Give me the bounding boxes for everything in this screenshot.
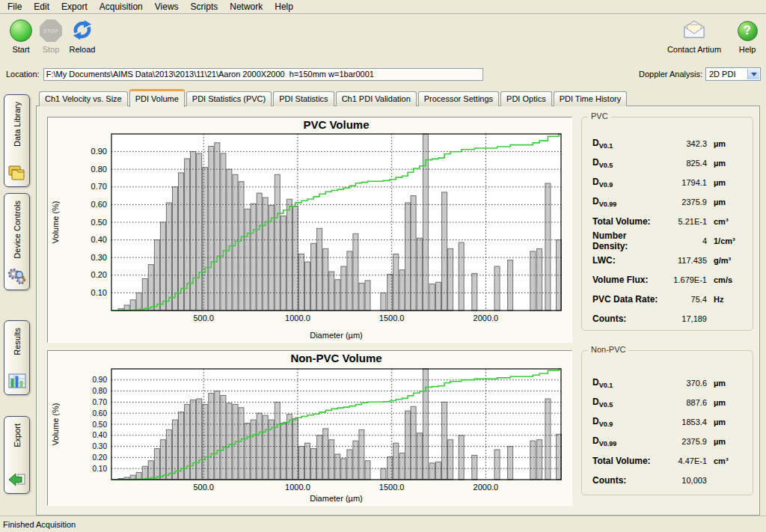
stat-value: 825.4 [659, 159, 707, 168]
stat-label: DV0.5 [592, 397, 659, 409]
menu-views[interactable]: Views [149, 0, 185, 13]
svg-text:0.60: 0.60 [93, 409, 108, 418]
doppler-analysis-select[interactable]: 2D PDI [705, 67, 761, 81]
tab-pdi-statistics-pvc-[interactable]: PDI Statistics (PVC) [186, 91, 272, 106]
dropdown-arrow-icon[interactable] [747, 69, 759, 79]
stat-row: Number Density:41/cm³ [582, 231, 753, 251]
tab-pdi-statistics[interactable]: PDI Statistics [273, 91, 334, 106]
help-button-label: Help [739, 45, 756, 54]
start-icon [10, 19, 32, 42]
stat-label: Counts: [592, 475, 659, 486]
svg-text:2000.0: 2000.0 [474, 314, 499, 322]
menu-bar: FileEditExportAcquisitionViewsScriptsNet… [0, 0, 766, 14]
chart-svg: PVC Volume0.100.200.300.400.500.600.700.… [48, 117, 572, 342]
sidebar-item-results[interactable]: Results [4, 320, 30, 395]
stat-row: DV0.992375.9µm [582, 192, 753, 212]
stat-label: Total Volume: [592, 216, 659, 227]
stat-label: Total Volume: [592, 456, 659, 466]
nonpvc-stats-rows: DV0.1370.6µmDV0.5887.6µmDV0.91853.4µmDV0… [582, 351, 753, 490]
doppler-analysis-label: Doppler Analysis: [639, 70, 702, 79]
svg-text:0.30: 0.30 [93, 442, 108, 450]
stat-unit: µm [714, 398, 747, 407]
x-axis-labels: 500.01000.01500.02000.0 [193, 483, 498, 492]
doppler-analysis-value: 2D PDI [709, 70, 735, 79]
svg-text:0.40: 0.40 [91, 235, 107, 244]
stat-value: 2375.9 [659, 198, 707, 207]
stat-row: DV0.91794.1µm [582, 173, 753, 192]
stat-value: 342.3 [659, 139, 707, 148]
sidebar-item-data-library[interactable]: Data Library [4, 94, 30, 187]
x-axis-title: Diameter (µm) [310, 494, 363, 503]
stat-value: 1853.4 [659, 418, 707, 426]
location-input[interactable] [43, 68, 483, 81]
toolbar-right-group: Contact Artium ? Help [664, 17, 760, 54]
chart-title: PVC Volume [303, 118, 369, 131]
tab-strip: Ch1 Velocity vs. SizePDI VolumePDI Stati… [39, 88, 628, 106]
svg-text:0.80: 0.80 [93, 387, 108, 395]
menu-scripts[interactable]: Scripts [185, 0, 224, 13]
stat-value: 17,189 [659, 314, 707, 323]
nonpvc-groupbox-title: Non-PVC [588, 345, 628, 354]
tab-pdi-time-history[interactable]: PDI Time History [554, 91, 628, 106]
stat-row: DV0.1370.6µm [582, 373, 753, 393]
stat-label: DV0.99 [592, 196, 659, 208]
sidebar-item-label: Results [13, 328, 22, 355]
stat-value: 4.47E-1 [659, 456, 707, 465]
envelope-icon [681, 20, 707, 41]
tab-processor-settings[interactable]: Processor Settings [418, 91, 499, 106]
svg-text:0.90: 0.90 [93, 376, 108, 384]
stat-unit: µm [714, 198, 747, 207]
stat-unit: Hz [714, 295, 747, 304]
gears-icon [7, 266, 27, 286]
menu-edit[interactable]: Edit [28, 0, 55, 13]
menu-help[interactable]: Help [269, 0, 299, 13]
pvc-volume-chart: PVC Volume0.100.200.300.400.500.600.700.… [47, 117, 572, 343]
menu-file[interactable]: File [1, 0, 28, 13]
x-axis-title: Diameter (µm) [310, 331, 363, 340]
tab-ch1-pdi-validation[interactable]: Ch1 PDI Validation [336, 91, 417, 106]
chart-title: Non-PVC Volume [290, 352, 382, 364]
contact-artium-label: Contact Artium [667, 45, 721, 54]
y-axis-labels: 0.100.200.300.400.500.600.700.800.90 [91, 147, 107, 297]
stat-label: DV0.9 [592, 416, 659, 428]
stat-row: Total Volume:5.21E-1cm³ [582, 212, 753, 231]
contact-artium-button[interactable]: Contact Artium [664, 17, 724, 54]
stat-unit: µm [714, 379, 747, 388]
svg-text:500.0: 500.0 [193, 483, 214, 492]
folders-icon [7, 163, 27, 183]
svg-text:0.70: 0.70 [91, 182, 107, 191]
svg-text:0.10: 0.10 [91, 288, 107, 297]
stat-label: Number Density: [592, 230, 659, 251]
stop-icon: STOP [40, 19, 62, 42]
sidebar-item-device-controls[interactable]: Device Controls [4, 193, 30, 290]
start-button[interactable]: Start [4, 17, 37, 54]
sidebar-item-export[interactable]: Export [4, 416, 30, 494]
stat-label: DV0.1 [592, 138, 659, 150]
y-axis-title: Volume (%) [51, 201, 60, 244]
help-button[interactable]: ? Help [735, 17, 760, 54]
svg-text:0.60: 0.60 [91, 200, 107, 209]
stat-unit: cm/s [714, 275, 747, 284]
results-icon [7, 371, 27, 391]
results-panel: PVC Volume0.100.200.300.400.500.600.700.… [36, 106, 760, 516]
tab-pdi-volume[interactable]: PDI Volume [129, 89, 185, 107]
svg-text:0.40: 0.40 [93, 431, 108, 439]
svg-text:1500.0: 1500.0 [379, 314, 405, 322]
stat-unit: µm [714, 418, 747, 426]
reload-icon [71, 19, 94, 43]
stat-row: PVC Data Rate:75.4Hz [582, 290, 753, 309]
stat-value: 2375.9 [659, 437, 707, 446]
reload-button[interactable]: Reload [64, 17, 100, 54]
stat-row: Counts:10,003 [582, 471, 753, 490]
svg-text:0.90: 0.90 [91, 147, 107, 156]
tab-pdi-optics[interactable]: PDI Optics [500, 91, 552, 106]
stat-unit: µm [714, 159, 747, 168]
svg-text:500.0: 500.0 [193, 314, 214, 322]
menu-acquisition[interactable]: Acquisition [94, 0, 149, 13]
tab-ch1-velocity-vs-size[interactable]: Ch1 Velocity vs. Size [39, 91, 128, 106]
menu-network[interactable]: Network [224, 0, 269, 13]
stat-value: 117.435 [659, 256, 707, 265]
menu-export[interactable]: Export [55, 0, 94, 13]
stop-button[interactable]: STOP Stop [37, 17, 64, 54]
stat-unit: cm³ [714, 217, 747, 226]
